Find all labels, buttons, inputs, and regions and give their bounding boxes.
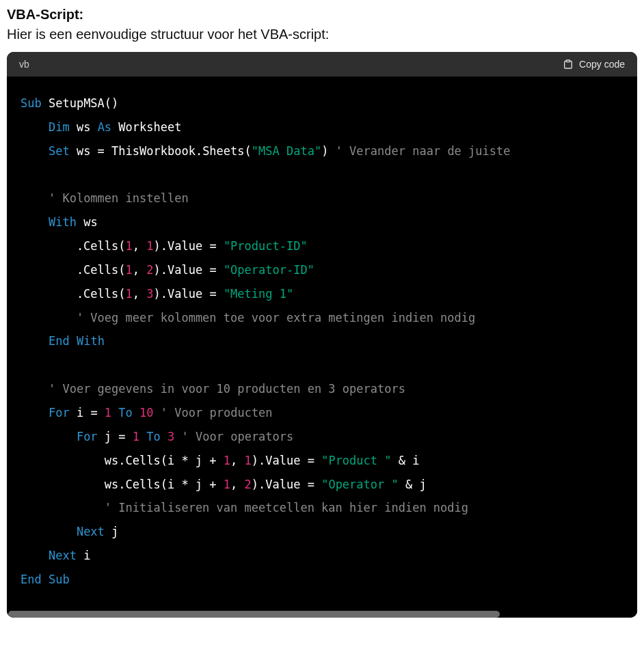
clipboard-icon (563, 59, 574, 70)
code-header: vb Copy code (7, 52, 637, 77)
section-heading: VBA-Script: (7, 7, 637, 23)
copy-code-label: Copy code (579, 59, 625, 70)
horizontal-scrollbar-thumb[interactable] (8, 611, 500, 618)
copy-code-button[interactable]: Copy code (563, 59, 625, 70)
section-subheading: Hier is een eenvoudige structuur voor he… (7, 27, 637, 42)
horizontal-scrollbar[interactable] (7, 611, 637, 618)
code-block: vb Copy code Sub SetupMSA() Dim ws As Wo… (7, 52, 637, 618)
code-content[interactable]: Sub SetupMSA() Dim ws As Worksheet Set w… (7, 77, 637, 611)
language-label: vb (19, 59, 29, 70)
svg-rect-0 (566, 60, 569, 62)
